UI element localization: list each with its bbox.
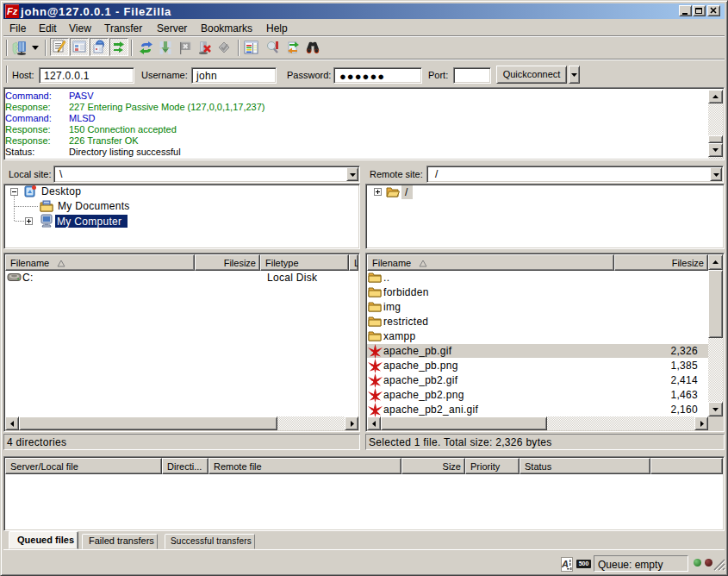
svg-text:A: A [562,559,569,569]
svg-text:Fz: Fz [7,6,18,16]
